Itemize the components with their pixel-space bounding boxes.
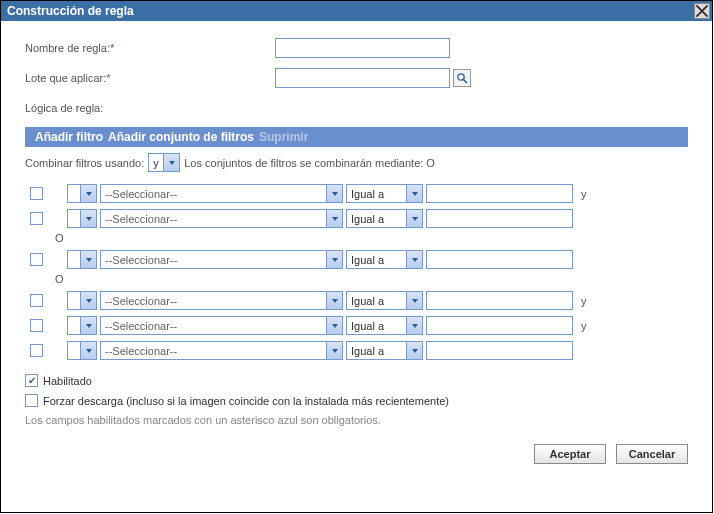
row-select-field[interactable]: --Seleccionar-- <box>100 209 343 228</box>
filter-toolbar: Añadir filtro Añadir conjunto de filtros… <box>25 127 688 147</box>
chevron-down-icon <box>406 317 422 334</box>
row-select-field[interactable]: --Seleccionar-- <box>100 316 343 335</box>
combine-sets-text: Los conjuntos de filtros se combinarán m… <box>184 157 435 169</box>
row-select-field[interactable]: --Seleccionar-- <box>100 291 343 310</box>
row-value-input[interactable] <box>426 184 573 203</box>
row-select-condition[interactable]: Igual a <box>346 341 423 360</box>
chevron-down-icon <box>326 185 342 202</box>
row-select-condition[interactable]: Igual a <box>346 291 423 310</box>
chevron-down-icon <box>80 185 96 202</box>
required-hint: Los campos habilitados marcados con un a… <box>25 414 688 426</box>
row-select-1[interactable] <box>67 316 97 335</box>
chevron-down-icon <box>326 210 342 227</box>
logic-label: Lógica de regla: <box>25 102 275 114</box>
row-select-condition[interactable]: Igual a <box>346 209 423 228</box>
row-value-input[interactable] <box>426 316 573 335</box>
close-button[interactable] <box>694 3 710 19</box>
chevron-down-icon <box>406 185 422 202</box>
row-checkbox[interactable] <box>30 187 43 200</box>
row-operator: y <box>576 295 587 307</box>
chevron-down-icon <box>80 292 96 309</box>
row-checkbox[interactable] <box>30 344 43 357</box>
row-select-1[interactable] <box>67 341 97 360</box>
row-operator: y <box>576 188 587 200</box>
batch-input[interactable] <box>275 68 450 88</box>
filter-row: --Seleccionar--Igual a <box>25 209 688 228</box>
name-label: Nombre de regla:* <box>25 42 275 54</box>
row-value-input[interactable] <box>426 209 573 228</box>
row-value-input[interactable] <box>426 250 573 269</box>
enabled-checkbox[interactable] <box>25 374 38 387</box>
suppress-link: Suprimir <box>259 130 308 144</box>
batch-lookup-button[interactable] <box>453 69 471 87</box>
filter-row: --Seleccionar--Igual a <box>25 341 688 360</box>
enabled-label: Habilitado <box>43 375 92 387</box>
row-value-input[interactable] <box>426 291 573 310</box>
close-icon <box>695 4 709 18</box>
or-separator: O <box>25 232 688 244</box>
chevron-down-icon <box>80 210 96 227</box>
search-icon <box>456 72 468 84</box>
row-select-field[interactable]: --Seleccionar-- <box>100 184 343 203</box>
filter-row: --Seleccionar--Igual a <box>25 250 688 269</box>
chevron-down-icon <box>80 251 96 268</box>
row-select-1[interactable] <box>67 184 97 203</box>
row-select-1[interactable] <box>67 250 97 269</box>
filter-row: --Seleccionar--Igual ay <box>25 316 688 335</box>
row-select-condition[interactable]: Igual a <box>346 184 423 203</box>
batch-label: Lote que aplicar:* <box>25 72 275 84</box>
chevron-down-icon <box>326 317 342 334</box>
chevron-down-icon <box>406 251 422 268</box>
chevron-down-icon <box>80 342 96 359</box>
row-select-field[interactable]: --Seleccionar-- <box>100 341 343 360</box>
chevron-down-icon <box>326 251 342 268</box>
chevron-down-icon <box>326 292 342 309</box>
combine-label: Combinar filtros usando: <box>25 157 144 169</box>
row-select-1[interactable] <box>67 209 97 228</box>
row-value-input[interactable] <box>426 341 573 360</box>
combine-select[interactable]: y <box>148 153 180 172</box>
filter-row: --Seleccionar--Igual ay <box>25 184 688 203</box>
chevron-down-icon <box>406 210 422 227</box>
row-checkbox[interactable] <box>30 212 43 225</box>
row-select-condition[interactable]: Igual a <box>346 250 423 269</box>
row-select-field[interactable]: --Seleccionar-- <box>100 250 343 269</box>
force-checkbox[interactable] <box>25 394 38 407</box>
dialog-body: Nombre de regla:* Lote que aplicar:* Lóg… <box>1 21 712 434</box>
ok-button[interactable]: Aceptar <box>534 444 606 464</box>
chevron-down-icon <box>406 292 422 309</box>
row-checkbox[interactable] <box>30 253 43 266</box>
row-checkbox[interactable] <box>30 319 43 332</box>
row-checkbox[interactable] <box>30 294 43 307</box>
filter-row: --Seleccionar--Igual ay <box>25 291 688 310</box>
svg-point-0 <box>458 74 464 80</box>
add-set-link[interactable]: Añadir conjunto de filtros <box>108 130 254 144</box>
row-select-condition[interactable]: Igual a <box>346 316 423 335</box>
name-input[interactable] <box>275 38 450 58</box>
chevron-down-icon <box>326 342 342 359</box>
or-separator: O <box>25 273 688 285</box>
force-label: Forzar descarga (incluso si la imagen co… <box>43 395 449 407</box>
cancel-button[interactable]: Cancelar <box>616 444 688 464</box>
chevron-down-icon <box>80 317 96 334</box>
dialog-title: Construcción de regla <box>7 4 134 18</box>
chevron-down-icon <box>163 154 179 171</box>
row-select-1[interactable] <box>67 291 97 310</box>
rule-dialog: Construcción de regla Nombre de regla:* … <box>0 0 713 513</box>
add-filter-link[interactable]: Añadir filtro <box>35 130 103 144</box>
row-operator: y <box>576 320 587 332</box>
titlebar: Construcción de regla <box>1 1 712 21</box>
chevron-down-icon <box>406 342 422 359</box>
